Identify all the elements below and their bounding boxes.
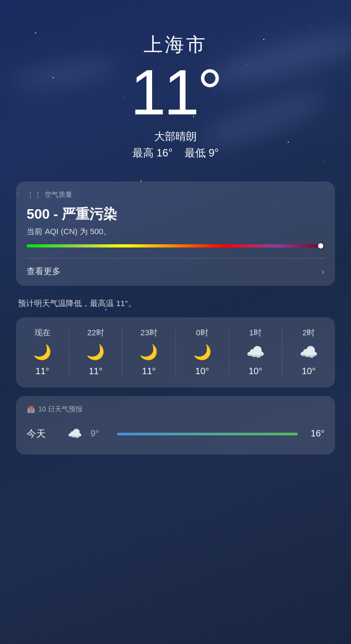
hourly-temp-5: 10° <box>302 366 316 377</box>
aqi-description: 当前 AQI (CN) 为 500。 <box>27 227 324 237</box>
hourly-item-2: 23时 🌙 11° <box>122 328 176 377</box>
hourly-scroll: 现在 🌙 11° 22时 🌙 11° 23时 🌙 11° 0时 🌙 10° 1时 <box>16 328 335 377</box>
ten-day-high-0: 16° <box>303 428 324 439</box>
ten-day-label: 10 日天气预报 <box>38 404 82 414</box>
hourly-icon-1: 🌙 <box>86 343 105 361</box>
ten-day-card: 📅 10 日天气预报 今天 ☁️ 9° 16° <box>16 396 335 455</box>
ten-day-icon-0: ☁️ <box>64 427 85 441</box>
hourly-forecast-card: 现在 🌙 11° 22时 🌙 11° 23时 🌙 11° 0时 🌙 10° 1时 <box>16 317 335 387</box>
hourly-time-0: 现在 <box>35 328 51 338</box>
ten-day-day-0: 今天 <box>27 427 59 440</box>
temperature-display: 11° <box>16 60 335 124</box>
hourly-time-5: 2时 <box>303 328 315 338</box>
hourly-icon-3: 🌙 <box>193 343 212 361</box>
aqi-view-more-button[interactable]: 查看更多 › <box>27 258 324 277</box>
hourly-item-5: 2时 ☁️ 10° <box>282 328 335 377</box>
hourly-item-4: 1时 ☁️ 10° <box>229 328 282 377</box>
hourly-temp-2: 11° <box>142 366 156 377</box>
forecast-note: 预计明天气温降低，最高温 11°。 <box>16 294 335 317</box>
hourly-time-4: 1时 <box>249 328 262 338</box>
aqi-card-header: ⋮⋮ 空气质量 <box>27 190 324 200</box>
hourly-icon-4: ☁️ <box>246 343 265 361</box>
hourly-item-1: 22时 🌙 11° <box>69 328 122 377</box>
hourly-item-3: 0时 🌙 10° <box>176 328 229 377</box>
aqi-bar <box>27 244 324 247</box>
aqi-view-more-label: 查看更多 <box>27 266 61 277</box>
aqi-bar-dot <box>318 243 323 249</box>
aqi-label: 空气质量 <box>45 190 72 200</box>
hourly-temp-3: 10° <box>195 366 209 377</box>
hourly-temp-4: 10° <box>248 366 262 377</box>
ten-day-bar-0 <box>117 433 298 435</box>
temp-low: 最低 9° <box>185 147 219 159</box>
hourly-time-1: 22时 <box>87 328 104 338</box>
ten-day-low-0: 9° <box>90 428 112 439</box>
city-name: 上海市 <box>16 32 335 58</box>
hourly-temp-0: 11° <box>36 366 49 377</box>
hourly-icon-2: 🌙 <box>139 343 158 361</box>
weather-description: 大部晴朗 <box>16 129 335 144</box>
hourly-temp-1: 11° <box>89 366 103 377</box>
chevron-right-icon: › <box>321 266 324 277</box>
aqi-title: 500 - 严重污染 <box>27 205 324 224</box>
temp-range: 最高 16° 最低 9° <box>16 146 335 160</box>
temp-high: 最高 16° <box>132 147 173 159</box>
hourly-icon-5: ☁️ <box>299 343 318 361</box>
hourly-icon-0: 🌙 <box>33 343 52 361</box>
hourly-item-0: 现在 🌙 11° <box>16 328 69 377</box>
calendar-icon: 📅 <box>27 406 35 414</box>
aqi-card: ⋮⋮ 空气质量 500 - 严重污染 当前 AQI (CN) 为 500。 查看… <box>16 181 335 286</box>
ten-day-row-0: 今天 ☁️ 9° 16° <box>27 422 324 446</box>
ten-day-header: 📅 10 日天气预报 <box>27 404 324 414</box>
aqi-icon: ⋮⋮ <box>27 191 41 199</box>
hourly-time-2: 23时 <box>140 328 157 338</box>
hourly-time-3: 0时 <box>196 328 208 338</box>
